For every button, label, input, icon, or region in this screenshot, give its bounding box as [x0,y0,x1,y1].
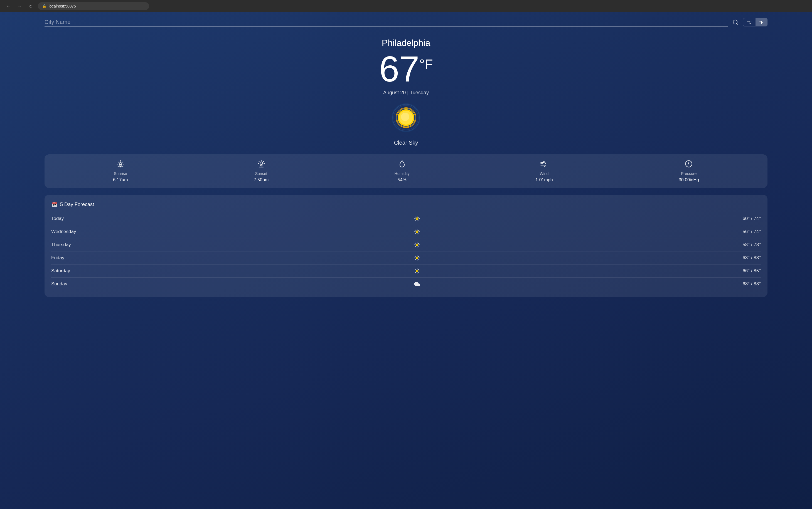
forecast-row: Thursday 58° / 78° [51,238,761,251]
sunset-value: 7:50pm [254,177,268,182]
sunrise-value: 6:17am [113,177,128,182]
forecast-day-name: Friday [51,255,107,261]
weather-main: Philadelphia 67 °F August 20 | Tuesday [0,32,812,155]
forecast-row: Saturday 66° / 85° [51,264,761,277]
temperature-value: 67 [379,51,419,87]
forecast-day-icon [107,229,727,235]
lock-icon: 🔒 [42,4,46,8]
forecast-day-name: Today [51,216,107,222]
pressure-icon: i [685,160,693,170]
pressure-value: 30.00inHg [679,177,699,182]
forecast-day-temps: 60° / 74° [727,216,761,222]
forecast-day-icon [107,242,727,248]
svg-line-73 [416,269,416,270]
forecast-rows: Today 60° / 74° Wednesday 56° / 74° Thur… [51,212,761,291]
forecast-header: 📅 5 Day Forecast [51,201,761,207]
svg-point-68 [416,270,418,272]
back-button[interactable]: ← [4,2,12,10]
svg-line-56 [419,246,419,247]
sunrise-icon [117,160,124,170]
forecast-day-name: Thursday [51,242,107,247]
forecast-day-name: Wednesday [51,229,107,235]
search-button[interactable] [733,19,739,25]
svg-line-23 [259,161,259,162]
stats-bar: Sunrise 6:17am Sunset 7:50pm [44,155,768,188]
unit-toggle: °C °F [743,18,768,26]
wind-label: Wind [540,171,549,176]
sun-icon [391,102,421,133]
condition-text: Clear Sky [394,140,418,146]
stat-sunrise: Sunrise 6:17am [113,160,128,182]
humidity-icon [398,160,406,170]
svg-line-66 [416,259,416,260]
svg-point-41 [416,231,418,233]
weather-app: °C °F Philadelphia 67 °F August 20 | Tue… [0,12,812,509]
forecast-container: 📅 5 Day Forecast Today 60° / 74° Wednesd… [44,195,768,297]
svg-text:i: i [688,164,688,166]
forecast-day-temps: 63° / 83° [727,255,761,261]
forecast-day-icon [107,215,727,222]
forward-button[interactable]: → [15,2,23,10]
svg-line-67 [419,256,419,257]
date-display: August 20 | Tuesday [383,90,429,96]
svg-line-58 [419,243,419,244]
forecast-day-icon [107,281,727,287]
address-url: localhost:50875 [49,4,76,8]
svg-line-39 [416,220,416,220]
svg-point-59 [416,257,418,259]
search-icon [733,19,739,25]
svg-line-37 [416,217,416,217]
wind-icon [540,160,548,170]
stat-humidity: Humidity 54% [395,160,410,182]
browser-chrome: ← → ↻ 🔒 localhost:50875 [0,0,812,12]
forecast-row: Wednesday 56° / 74° [51,225,761,238]
sunset-icon [257,160,265,170]
app-header: °C °F [0,12,812,32]
pressure-label: Pressure [681,171,696,176]
svg-point-32 [416,217,418,219]
humidity-value: 54% [398,177,407,182]
forecast-row: Friday 63° / 83° [51,251,761,264]
temperature-unit: °F [419,57,433,72]
forecast-row: Today 60° / 74° [51,212,761,225]
svg-point-10 [401,113,409,121]
svg-line-76 [419,269,419,270]
svg-line-1 [737,23,738,25]
celsius-button[interactable]: °C [743,19,755,26]
reload-button[interactable]: ↻ [27,2,34,10]
stat-wind: Wind 1.01mph [535,160,553,182]
temperature-display: 67 °F [379,51,433,87]
forecast-day-icon [107,255,727,261]
stat-pressure: i Pressure 30.00inHg [679,160,699,182]
svg-line-57 [416,246,416,247]
forecast-day-icon [107,268,727,274]
svg-line-13 [118,162,119,163]
forecast-day-temps: 66° / 85° [727,268,761,274]
svg-line-75 [416,272,416,273]
svg-line-48 [416,233,416,234]
svg-point-50 [416,244,418,246]
svg-line-18 [123,166,123,167]
svg-line-49 [419,230,419,231]
forecast-title: 5 Day Forecast [60,202,94,207]
svg-line-15 [118,166,119,167]
forecast-day-name: Saturday [51,268,107,274]
calendar-icon: 📅 [51,201,57,207]
address-bar[interactable]: 🔒 localhost:50875 [38,2,149,10]
svg-point-21 [260,162,262,164]
fahrenheit-button[interactable]: °F [755,19,767,26]
svg-line-65 [419,259,419,260]
svg-line-40 [419,217,419,217]
sunset-label: Sunset [255,171,267,176]
forecast-day-temps: 56° / 74° [727,229,761,235]
svg-line-64 [416,256,416,257]
wind-value: 1.01mph [535,177,553,182]
forecast-row: Sunday 68° / 88° [51,277,761,291]
svg-line-16 [123,162,123,163]
sunrise-label: Sunrise [114,171,127,176]
svg-line-46 [416,230,416,231]
stat-sunset: Sunset 7:50pm [254,160,268,182]
svg-line-74 [419,272,419,273]
city-search-input[interactable] [44,18,728,27]
forecast-day-temps: 58° / 78° [727,242,761,247]
